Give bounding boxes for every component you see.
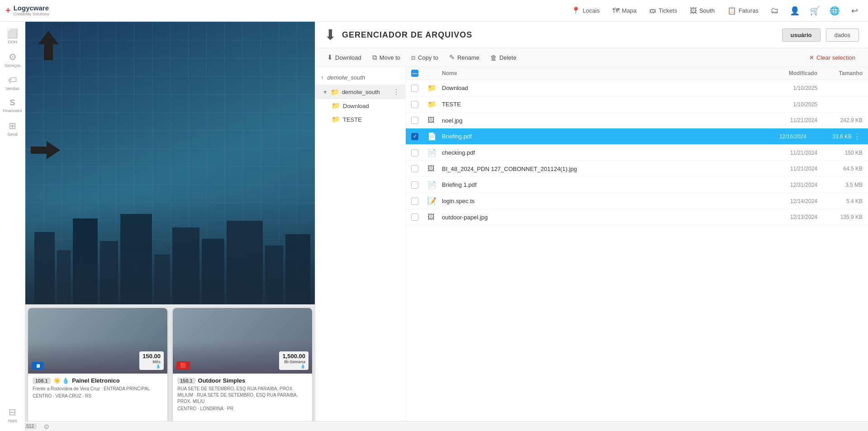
- tickets-icon: 🎟: [649, 7, 656, 15]
- nav-label-south: South: [699, 7, 715, 14]
- faturas-icon: 📋: [727, 6, 736, 15]
- nav-item-south[interactable]: 🖼 South: [685, 5, 719, 17]
- nav-item-tickets[interactable]: 🎟 Tickets: [645, 5, 682, 17]
- nav-item-mapa[interactable]: 🗺 Mapa: [608, 5, 641, 17]
- nav-user-btn[interactable]: 👤: [787, 3, 803, 19]
- logo-plus-icon: +: [5, 5, 11, 16]
- top-nav: + Logycware Credibility Solutions 📍 Loca…: [0, 0, 868, 22]
- mapa-icon: 🗺: [612, 7, 620, 15]
- nav-label-mapa: Mapa: [622, 7, 637, 14]
- logo-tagline: Credibility Solutions: [14, 12, 49, 17]
- logo-area[interactable]: + Logycware Credibility Solutions: [5, 5, 49, 16]
- south-img-icon: 🖼: [690, 7, 697, 15]
- nav-label-faturas: Faturas: [739, 7, 759, 14]
- nav-cart-btn[interactable]: 🛒: [806, 3, 823, 19]
- nav-globe-btn[interactable]: 🌐: [826, 3, 843, 19]
- nav-label-locais: Locais: [583, 7, 600, 14]
- nav-folders-btn[interactable]: 🗂: [767, 3, 783, 19]
- nav-label-tickets: Tickets: [659, 7, 677, 14]
- nav-item-faturas[interactable]: 📋 Faturas: [723, 5, 763, 17]
- nav-back-btn[interactable]: ↩: [846, 3, 863, 19]
- locais-icon: 📍: [571, 6, 580, 15]
- nav-item-locais[interactable]: 📍 Locais: [567, 5, 604, 17]
- logo-name: Logycware: [14, 5, 49, 12]
